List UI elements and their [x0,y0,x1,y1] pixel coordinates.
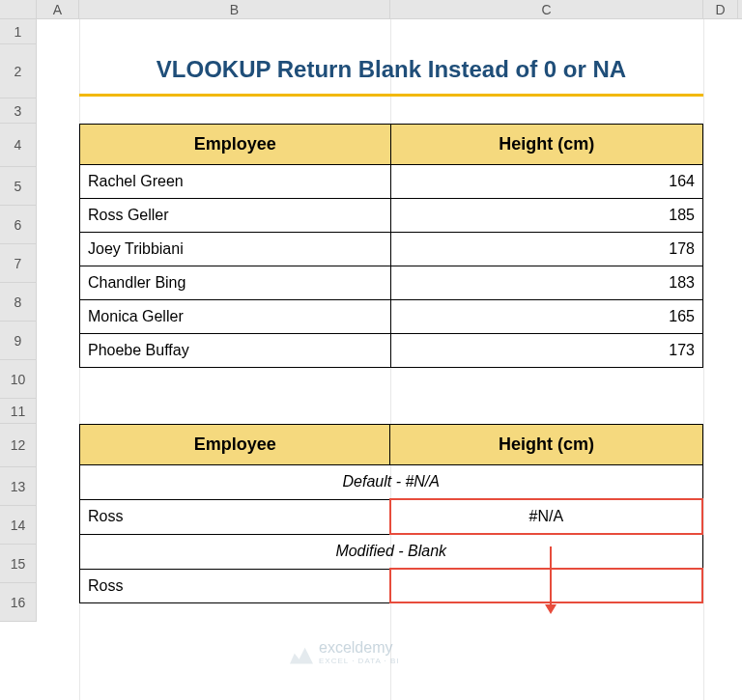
col-header-B[interactable]: B [79,0,390,18]
cell-height[interactable]: 185 [390,199,702,233]
table-row[interactable]: Ross Geller185 [80,199,703,233]
header-height-2[interactable]: Height (cm) [390,425,702,465]
header-employee-2[interactable]: Employee [80,425,390,465]
row-header-12[interactable]: 12 [0,424,37,467]
cell-lookup-result-na[interactable]: #N/A [390,499,702,534]
cell-name[interactable]: Rachel Green [80,165,391,199]
col-header-C[interactable]: C [390,0,703,18]
table-row[interactable]: Joey Tribbiani178 [80,233,703,266]
row-header-16[interactable]: 16 [0,583,37,622]
employee-height-table: Employee Height (cm) Rachel Green164 Ros… [79,124,703,368]
cell-lookup-result-blank[interactable] [390,569,702,602]
cell-name[interactable]: Chandler Bing [80,266,391,300]
row-header-11[interactable]: 11 [0,399,37,424]
row-header-1[interactable]: 1 [0,19,37,44]
header-height[interactable]: Height (cm) [390,125,702,165]
table-row[interactable]: Ross [80,569,703,602]
table-row[interactable]: Chandler Bing183 [80,266,703,300]
row-header-column: 1 2 3 4 5 6 7 8 9 10 11 12 13 14 15 16 [0,19,37,622]
select-all-corner[interactable] [0,0,37,18]
row-header-14[interactable]: 14 [0,506,37,545]
lookup-result-table: Employee Height (cm) Default - #N/A Ross… [79,424,703,603]
cell-lookup-name-2[interactable]: Ross [80,569,390,602]
column-header-bar: A B C D [0,0,742,19]
cell-name[interactable]: Joey Tribbiani [80,233,391,266]
col-header-D[interactable]: D [703,0,738,18]
row-header-6[interactable]: 6 [0,206,37,244]
watermark-logo: exceldemy EXCEL · DATA · BI [290,639,454,665]
row-header-8[interactable]: 8 [0,283,37,322]
section-default-label[interactable]: Default - #N/A [80,465,703,500]
page-title: VLOOKUP Return Blank Instead of 0 or NA [79,44,703,97]
title-text: VLOOKUP Return Blank Instead of 0 or NA [157,56,626,83]
table-row[interactable]: Ross #N/A [80,499,703,534]
row-header-9[interactable]: 9 [0,322,37,360]
cell-name[interactable]: Phoebe Buffay [80,334,391,368]
row-header-4[interactable]: 4 [0,124,37,167]
header-employee[interactable]: Employee [80,125,391,165]
cell-height[interactable]: 178 [390,233,702,266]
table-row[interactable]: Monica Geller165 [80,300,703,334]
cell-name[interactable]: Monica Geller [80,300,391,334]
row-header-5[interactable]: 5 [0,167,37,206]
watermark-icon [290,641,313,664]
row-header-2[interactable]: 2 [0,44,37,98]
table-row[interactable]: Rachel Green164 [80,165,703,199]
cell-height[interactable]: 165 [390,300,702,334]
spreadsheet-viewport: A B C D 1 2 3 4 5 6 7 8 9 10 11 12 13 14… [0,0,742,700]
row-header-15[interactable]: 15 [0,545,37,583]
table-row[interactable]: Phoebe Buffay173 [80,334,703,368]
section-modified-label[interactable]: Modified - Blank [80,534,703,569]
row-header-3[interactable]: 3 [0,98,37,124]
cell-name[interactable]: Ross Geller [80,199,391,233]
cell-lookup-name-1[interactable]: Ross [80,499,390,534]
col-header-A[interactable]: A [37,0,79,18]
row-header-10[interactable]: 10 [0,360,37,399]
cell-height[interactable]: 173 [390,334,702,368]
watermark-text: exceldemy EXCEL · DATA · BI [319,639,400,665]
row-header-13[interactable]: 13 [0,467,37,506]
cell-height[interactable]: 164 [390,165,702,199]
row-header-7[interactable]: 7 [0,244,37,283]
cell-height[interactable]: 183 [390,266,702,300]
